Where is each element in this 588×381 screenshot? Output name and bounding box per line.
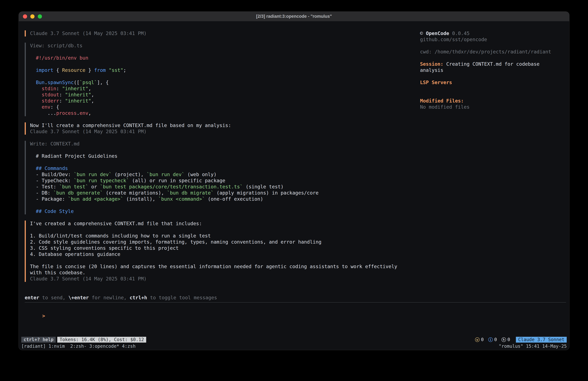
text-segment: `bun run dev` bbox=[74, 172, 112, 177]
terminal-line: Claude 3.7 Sonnet (14 May 2025 03:41 PM) bbox=[30, 30, 420, 37]
text-segment: Claude 3.7 Sonnet (14 May 2025 03:41 PM) bbox=[30, 276, 147, 282]
tool-write-context-md: Write: CONTEXT.md # Radiant Project Guid… bbox=[25, 141, 420, 214]
terminal-line bbox=[420, 92, 562, 98]
text-segment: 4. Database operations guidance bbox=[30, 251, 120, 257]
model-chip: Claude 3.7 Sonnet bbox=[516, 337, 567, 343]
tmux-windows: [radiant] 1:nvim 2:zsh- 3:opencode* 4:zs… bbox=[21, 343, 136, 349]
tmux-status-bar: [radiant] 1:nvim 2:zsh- 3:opencode* 4:zs… bbox=[19, 343, 569, 350]
terminal-window: [2/3] radiant:3:opencode - "romulus" Cla… bbox=[19, 12, 569, 350]
prompt-input[interactable]: > bbox=[25, 307, 569, 325]
terminal-line: - TypeCheck: `bun run typecheck` (all) o… bbox=[30, 178, 420, 184]
text-segment: (project), bbox=[112, 172, 147, 177]
text-segment: 3. CSS styling conventions specific to t… bbox=[30, 245, 179, 251]
window-titlebar[interactable]: [2/3] radiant:3:opencode - "romulus" bbox=[19, 12, 569, 21]
diagnostic-h-group: h0 bbox=[502, 336, 510, 343]
text-segment: (install), bbox=[123, 196, 158, 202]
terminal-line bbox=[30, 73, 420, 79]
text-segment: to toggle tool messages bbox=[147, 295, 217, 300]
terminal-line bbox=[30, 147, 420, 153]
help-shortcut-chip: ctrl+? help bbox=[21, 337, 56, 343]
terminal-line: stderr: "inherit", bbox=[30, 98, 420, 104]
text-segment: 0.0.45 bbox=[449, 30, 470, 36]
close-button[interactable] bbox=[23, 14, 27, 19]
text-segment: for newline, bbox=[89, 295, 129, 300]
terminal-line: ## Code Style bbox=[30, 208, 420, 214]
text-segment: No modified files bbox=[420, 104, 470, 110]
text-segment bbox=[30, 98, 42, 104]
text-segment: ; bbox=[123, 67, 126, 73]
diagnostic-i-group: i0 bbox=[488, 336, 497, 343]
terminal-line: # Radiant Project Guidelines bbox=[30, 153, 420, 159]
text-segment: github.com/sst/opencode bbox=[420, 37, 487, 42]
text-segment: `bun add <package>` bbox=[68, 196, 123, 202]
terminal-content: Claude 3.7 Sonnet (14 May 2025 03:41 PM)… bbox=[19, 21, 569, 350]
terminal-line bbox=[30, 49, 420, 55]
terminal-line: View: script/db.ts bbox=[30, 43, 420, 49]
text-segment: (all) or run in specific package bbox=[129, 178, 225, 183]
terminal-line: cwd: /home/thdxr/dev/projects/radiant/ra… bbox=[420, 49, 562, 55]
text-segment: env bbox=[42, 104, 50, 110]
terminal-line: LSP Servers bbox=[420, 79, 562, 86]
keybinding-help-line: enter to send, \+enter for newline, ctrl… bbox=[25, 295, 569, 301]
text-segment: or bbox=[88, 184, 100, 190]
zoom-button[interactable] bbox=[38, 14, 42, 19]
text-segment: 1. Build/lint/test commands including ho… bbox=[30, 233, 211, 239]
text-segment: ... bbox=[30, 110, 56, 116]
text-segment: : bbox=[59, 98, 65, 104]
text-segment bbox=[30, 67, 36, 73]
text-segment: ## Commands bbox=[30, 165, 68, 171]
terminal-line bbox=[420, 73, 562, 79]
text-segment: process bbox=[56, 110, 77, 116]
text-segment: - TypeCheck: bbox=[30, 178, 74, 183]
terminal-line: © OpenCode 0.0.45 bbox=[420, 30, 562, 37]
terminal-line bbox=[30, 202, 420, 208]
text-segment: : bbox=[56, 86, 62, 91]
text-segment: `bun run dev` bbox=[147, 172, 185, 177]
text-segment: Modified Files: bbox=[420, 98, 464, 104]
text-segment: (single test) bbox=[243, 184, 284, 190]
text-segment: - Package: bbox=[30, 196, 68, 202]
main-area: Claude 3.7 Sonnet (14 May 2025 03:41 PM)… bbox=[19, 21, 569, 288]
text-segment: # Radiant Project Guidelines bbox=[30, 153, 117, 159]
terminal-line bbox=[30, 227, 420, 233]
text-segment: Bun bbox=[36, 80, 44, 85]
terminal-line: with this codebase. bbox=[30, 269, 420, 276]
text-segment: Write: CONTEXT.md bbox=[30, 141, 80, 147]
terminal-line: import { Resource } from "sst"; bbox=[30, 67, 420, 73]
tmux-session-info: "romulus" 15:41 14-May-25 bbox=[499, 343, 567, 349]
text-segment: `bun test` bbox=[59, 184, 88, 190]
prompt-symbol: > bbox=[42, 313, 45, 319]
terminal-line: - Package: `bun add <package>` (install)… bbox=[30, 196, 420, 202]
text-segment: #!/usr/bin/env bun bbox=[30, 55, 88, 61]
terminal-line bbox=[30, 61, 420, 67]
text-segment: stdin bbox=[42, 86, 56, 91]
terminal-line: - Build/Dev: `bun run dev` (project), `b… bbox=[30, 171, 420, 178]
minimize-button[interactable] bbox=[30, 14, 35, 19]
text-segment: \+enter bbox=[68, 295, 89, 300]
terminal-line: ...process.env, bbox=[30, 110, 420, 116]
diagnostic-w-group: w0 bbox=[475, 336, 484, 343]
text-segment: `bun run typecheck` bbox=[74, 178, 129, 183]
terminal-line: #!/usr/bin/env bun bbox=[30, 55, 420, 61]
text-segment: ], { bbox=[97, 80, 109, 85]
conversation-log: Claude 3.7 Sonnet (14 May 2025 03:41 PM)… bbox=[19, 30, 420, 288]
text-segment: spawnSync bbox=[47, 80, 74, 85]
text-segment: `bun db generate` bbox=[53, 190, 103, 196]
text-segment: Resource bbox=[62, 67, 85, 73]
terminal-line: No modified files bbox=[420, 104, 562, 110]
text-segment: Claude 3.7 Sonnet (14 May 2025 03:41 PM) bbox=[30, 30, 147, 36]
terminal-line: - DB: `bun db generate` (create migratio… bbox=[30, 190, 420, 196]
text-segment: `psql` bbox=[80, 80, 97, 85]
text-segment: to send, bbox=[39, 295, 68, 300]
input-divider bbox=[25, 302, 566, 303]
terminal-line bbox=[420, 55, 562, 61]
text-segment: . bbox=[44, 80, 47, 85]
terminal-line: stdin: "inherit", bbox=[30, 86, 420, 92]
text-segment: cwd: /home/thdxr/dev/projects/radiant/ra… bbox=[420, 49, 551, 55]
terminal-line: 1. Build/lint/test commands including ho… bbox=[30, 233, 420, 239]
terminal-line: Now I'll create a comprehensive CONTEXT.… bbox=[30, 122, 420, 129]
text-segment: "inherit" bbox=[65, 98, 91, 104]
text-segment: stderr bbox=[42, 98, 59, 104]
text-segment: import bbox=[36, 67, 53, 73]
diagnostic-w-icon: w bbox=[475, 337, 480, 342]
